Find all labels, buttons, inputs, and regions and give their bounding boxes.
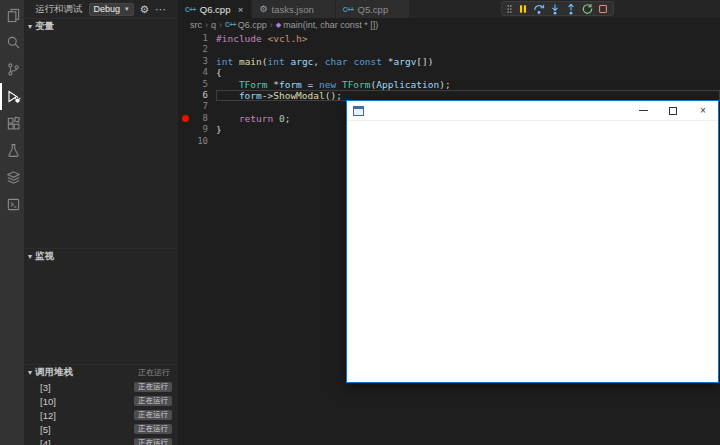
breakpoint-margin[interactable] — [178, 67, 192, 78]
call-stack-status: 正在运行 — [138, 367, 170, 378]
call-stack-list: [3]正在运行[10]正在运行[12]正在运行[5]正在运行[4]正在运行 — [24, 380, 178, 445]
code-line-4[interactable]: 4{ — [178, 67, 720, 78]
close-tab-icon[interactable]: × — [236, 4, 244, 15]
thread-label: [5] — [40, 424, 51, 435]
thread-label: [12] — [40, 410, 56, 421]
testing-icon — [6, 143, 21, 158]
code-line-2[interactable]: 2 — [178, 44, 720, 55]
activity-item-search[interactable] — [0, 29, 24, 56]
window-titlebar[interactable]: × — [347, 101, 718, 121]
breakpoint-icon[interactable] — [182, 115, 189, 122]
activity-item-remote[interactable] — [0, 191, 24, 218]
breakpoint-margin[interactable] — [178, 79, 192, 90]
gear-icon[interactable]: ⚙ — [140, 4, 149, 15]
code-text[interactable]: int main(int argc, char const *argv[]) — [216, 56, 720, 67]
step-into-button[interactable] — [548, 2, 562, 15]
breadcrumb-item[interactable]: ◆main(int, char const * []) — [276, 20, 378, 30]
breadcrumb-label: src — [190, 20, 202, 30]
thread-status-badge: 正在运行 — [134, 438, 172, 445]
thread-row-[12][interactable]: [12]正在运行 — [24, 408, 178, 422]
sidebar-header: 运行和调试 Debug ▾ ⚙ ⋯ — [24, 0, 178, 18]
breadcrumb-item[interactable]: q — [211, 20, 216, 30]
thread-status-badge: 正在运行 — [134, 396, 172, 407]
restart-button[interactable] — [580, 2, 594, 15]
code-line-1[interactable]: 1#include <vcl.h> — [178, 33, 720, 44]
chevron-down-icon: ▾ — [28, 368, 32, 377]
extensions-icon — [6, 116, 21, 131]
breakpoint-margin[interactable] — [178, 44, 192, 55]
breakpoint-margin[interactable] — [178, 90, 192, 101]
line-number: 6 — [192, 90, 208, 101]
tab-Q5.cpp[interactable]: C++Q5.cpp× — [336, 0, 410, 18]
tform-application-window[interactable]: × — [346, 100, 719, 383]
thread-row-[3][interactable]: [3]正在运行 — [24, 380, 178, 394]
step-over-button[interactable] — [532, 2, 546, 15]
activity-item-layers[interactable] — [0, 164, 24, 191]
line-number: 3 — [192, 56, 208, 67]
line-number: 1 — [192, 33, 208, 44]
line-number: 4 — [192, 67, 208, 78]
thread-row-[10][interactable]: [10]正在运行 — [24, 394, 178, 408]
tab-tasks.json[interactable]: ⚙tasks.json× — [252, 0, 335, 18]
variables-section-header[interactable]: ▾ 变量 — [24, 18, 178, 34]
launch-config-dropdown[interactable]: Debug ▾ — [89, 3, 134, 16]
tab-Q6.cpp[interactable]: C++Q6.cpp× — [178, 0, 252, 18]
vscode-window: 运行和调试 Debug ▾ ⚙ ⋯ ▾ 变量 ▾ 监视 ▾ 调用堆栈 正在运行 … — [0, 0, 720, 445]
activity-item-run-and-debug[interactable] — [0, 83, 24, 110]
drag-handle-icon[interactable] — [505, 2, 514, 15]
code-line-3[interactable]: 3int main(int argc, char const *argv[]) — [178, 56, 720, 67]
line-number: 10 — [192, 136, 208, 147]
call-stack-section-header[interactable]: ▾ 调用堆栈 正在运行 — [24, 364, 178, 380]
chevron-down-icon: ▾ — [125, 5, 129, 13]
breakpoint-margin[interactable] — [178, 124, 192, 135]
explorer-icon — [6, 8, 21, 23]
code-text[interactable] — [216, 44, 720, 55]
minimize-button[interactable] — [628, 101, 658, 120]
breadcrumb-label: main(int, char const * []) — [283, 20, 378, 30]
breadcrumb: src›q›C++Q6.cpp›◆main(int, char const * … — [178, 18, 720, 31]
window-controls: × — [628, 101, 718, 120]
breakpoint-margin[interactable] — [178, 33, 192, 44]
breakpoint-margin[interactable] — [178, 113, 192, 124]
more-actions-icon[interactable]: ⋯ — [155, 4, 166, 15]
breadcrumb-item[interactable]: src — [190, 20, 202, 30]
chevron-down-icon: ▾ — [28, 22, 32, 31]
form-client-area — [347, 121, 718, 382]
breadcrumb-item[interactable]: C++Q6.cpp — [225, 20, 267, 30]
code-text[interactable]: #include <vcl.h> — [216, 33, 720, 44]
chevron-right-icon: › — [219, 20, 222, 30]
form-app-icon — [353, 106, 364, 116]
thread-status-badge: 正在运行 — [134, 424, 172, 435]
maximize-button[interactable] — [658, 101, 688, 120]
thread-row-[5][interactable]: [5]正在运行 — [24, 422, 178, 436]
cpp-file-icon: C++ — [225, 21, 236, 28]
chevron-down-icon: ▾ — [28, 252, 32, 261]
activity-item-extensions[interactable] — [0, 110, 24, 137]
debug-toolbar — [501, 1, 614, 16]
thread-label: [10] — [40, 396, 56, 407]
code-line-5[interactable]: 5 TForm *form = new TForm(Application); — [178, 79, 720, 90]
breakpoint-margin[interactable] — [178, 56, 192, 67]
thread-label: [3] — [40, 382, 51, 393]
activity-item-explorer[interactable] — [0, 2, 24, 29]
step-out-button[interactable] — [564, 2, 578, 15]
pause-button[interactable] — [516, 2, 530, 15]
code-text[interactable]: { — [216, 67, 720, 78]
code-text[interactable]: TForm *form = new TForm(Application); — [216, 79, 720, 90]
close-button[interactable]: × — [688, 101, 718, 120]
breakpoint-margin[interactable] — [178, 136, 192, 147]
watch-section-header[interactable]: ▾ 监视 — [24, 248, 178, 264]
thread-row-[4][interactable]: [4]正在运行 — [24, 436, 178, 445]
layers-icon — [6, 170, 21, 185]
variables-section-label: 变量 — [35, 20, 54, 33]
thread-status-badge: 正在运行 — [134, 410, 172, 421]
cpp-file-icon: C++ — [185, 6, 196, 13]
breakpoint-margin[interactable] — [178, 101, 192, 112]
stop-button[interactable] — [596, 2, 610, 15]
line-number: 2 — [192, 44, 208, 55]
breadcrumb-label: Q6.cpp — [238, 20, 267, 30]
source-control-icon — [6, 62, 21, 77]
watch-section-label: 监视 — [35, 250, 54, 263]
activity-item-testing[interactable] — [0, 137, 24, 164]
activity-item-source-control[interactable] — [0, 56, 24, 83]
